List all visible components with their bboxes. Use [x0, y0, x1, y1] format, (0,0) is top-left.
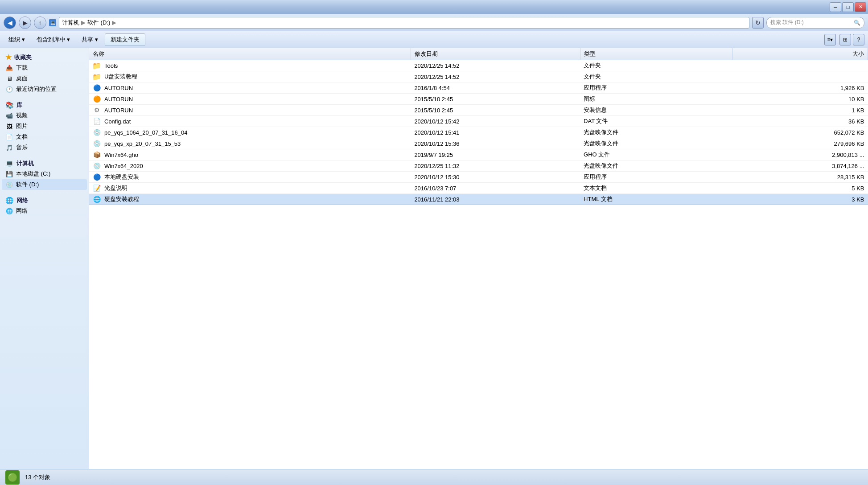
table-row[interactable]: 📁 U盘安装教程 2020/12/25 14:52 文件夹: [89, 71, 868, 82]
back-button[interactable]: ◀: [4, 16, 16, 29]
file-type: 光盘映像文件: [580, 160, 732, 172]
network-folder-icon: 🌐: [5, 197, 14, 205]
table-row[interactable]: 💿 Win7x64_2020 2020/12/25 11:32 光盘映像文件 3…: [89, 160, 868, 172]
file-icon: 💿: [93, 162, 101, 170]
music-icon: 🎵: [5, 144, 13, 152]
organize-button[interactable]: 组织 ▾: [4, 33, 30, 46]
table-row[interactable]: 🌐 硬盘安装教程 2016/11/21 22:03 HTML 文档 3 KB: [89, 194, 868, 205]
file-name-cell[interactable]: 📁 U盘安装教程: [89, 71, 411, 82]
file-size: 10 KB: [732, 94, 868, 105]
network-title: 网络: [16, 197, 28, 205]
file-modified: 2020/10/12 15:42: [411, 116, 580, 127]
col-size[interactable]: 大小: [732, 48, 868, 60]
file-size: 279,696 KB: [732, 138, 868, 149]
file-name: Win7x64_2020: [104, 163, 143, 169]
table-row[interactable]: 🟠 AUTORUN 2015/5/10 2:45 图标 10 KB: [89, 94, 868, 105]
table-row[interactable]: 🔵 本地硬盘安装 2020/10/12 15:30 应用程序 28,315 KB: [89, 172, 868, 183]
table-row[interactable]: 💿 pe_yqs_xp_20_07_31_15_53 2020/10/12 15…: [89, 138, 868, 149]
table-row[interactable]: 📄 Config.dat 2020/10/12 15:42 DAT 文件 36 …: [89, 116, 868, 127]
pictures-icon: 🖼: [5, 122, 13, 130]
view-toggle-button[interactable]: ≡▾: [824, 34, 836, 45]
window-controls: ─ □ ✕: [830, 2, 866, 12]
sidebar-item-desktop[interactable]: 🖥 桌面: [2, 73, 87, 84]
network-header: 🌐 网络: [2, 195, 87, 206]
col-modified[interactable]: 修改日期: [411, 48, 580, 60]
breadcrumb[interactable]: 计算机 ▶ 软件 (D:) ▶: [59, 17, 749, 29]
d-drive-icon: 💿: [5, 181, 13, 189]
sidebar-item-download[interactable]: 📥 下载: [2, 62, 87, 73]
file-name: U盘安装教程: [104, 73, 137, 81]
network-section: 🌐 网络 🌐 网络: [2, 195, 87, 216]
table-row[interactable]: 📦 Win7x64.gho 2019/9/7 19:25 GHO 文件 2,90…: [89, 149, 868, 160]
table-row[interactable]: 💿 pe_yqs_1064_20_07_31_16_04 2020/10/12 …: [89, 127, 868, 138]
file-name-cell[interactable]: 💿 pe_yqs_xp_20_07_31_15_53: [89, 138, 411, 149]
sidebar-network-label: 网络: [16, 207, 28, 215]
library-folder-icon: 📚: [5, 101, 14, 109]
maximize-button[interactable]: □: [842, 2, 854, 12]
favorites-title: 收藏夹: [14, 53, 32, 62]
preview-pane-button[interactable]: ⊞: [839, 34, 851, 45]
toolbar: 组织 ▾ 包含到库中 ▾ 共享 ▾ 新建文件夹 ≡▾ ⊞ ?: [0, 31, 868, 48]
col-name[interactable]: 名称: [89, 48, 411, 60]
status-count: 13 个对象: [25, 473, 50, 481]
sidebar-music-label: 音乐: [16, 144, 28, 152]
sidebar-pictures-label: 图片: [16, 122, 28, 130]
table-row[interactable]: 🔵 AUTORUN 2016/1/8 4:54 应用程序 1,926 KB: [89, 82, 868, 94]
search-bar[interactable]: 搜索 软件 (D:) 🔍: [766, 17, 864, 29]
file-name-cell[interactable]: 💿 Win7x64_2020: [89, 160, 411, 172]
add-to-library-button[interactable]: 包含到库中 ▾: [32, 33, 75, 46]
file-name-cell[interactable]: 💿 pe_yqs_1064_20_07_31_16_04: [89, 127, 411, 138]
file-name-cell[interactable]: 📝 光盘说明: [89, 183, 411, 194]
sidebar-item-music[interactable]: 🎵 音乐: [2, 142, 87, 153]
file-name-cell[interactable]: 📁 Tools: [89, 60, 411, 71]
file-size: 1 KB: [732, 105, 868, 116]
file-size: 28,315 KB: [732, 172, 868, 183]
c-drive-icon: 💾: [5, 170, 13, 178]
file-name: 硬盘安装教程: [104, 195, 139, 203]
help-button[interactable]: ?: [853, 34, 864, 45]
file-modified: 2016/11/21 22:03: [411, 194, 580, 205]
file-name-cell[interactable]: 📦 Win7x64.gho: [89, 149, 411, 160]
forward-button[interactable]: ▶: [19, 16, 31, 29]
file-modified: 2016/10/23 7:07: [411, 183, 580, 194]
sidebar-item-d-drive[interactable]: 💿 软件 (D:): [2, 179, 87, 190]
sidebar-video-label: 视频: [16, 111, 28, 119]
col-type[interactable]: 类型: [580, 48, 732, 60]
file-icon: 📦: [93, 151, 101, 159]
library-section: 📚 库 📹 视频 🖼 图片 📄 文档 🎵 音乐: [2, 100, 87, 153]
table-row[interactable]: 📁 Tools 2020/12/25 14:52 文件夹: [89, 60, 868, 71]
file-name-cell[interactable]: 🟠 AUTORUN: [89, 94, 411, 105]
file-name-cell[interactable]: ⚙ AUTORUN: [89, 105, 411, 116]
sidebar-item-pictures[interactable]: 🖼 图片: [2, 121, 87, 132]
sidebar-item-video[interactable]: 📹 视频: [2, 110, 87, 121]
file-name-cell[interactable]: 📄 Config.dat: [89, 116, 411, 127]
up-button[interactable]: ↑: [34, 16, 46, 29]
file-size: 3 KB: [732, 194, 868, 205]
sidebar-item-c-drive[interactable]: 💾 本地磁盘 (C:): [2, 169, 87, 179]
main-container: ★ 收藏夹 📥 下载 🖥 桌面 🕐 最近访问的位置 📚 库 📹: [0, 48, 868, 469]
minimize-button[interactable]: ─: [830, 2, 841, 12]
breadcrumb-computer[interactable]: 计算机: [62, 19, 79, 27]
sidebar-item-recent[interactable]: 🕐 最近访问的位置: [2, 84, 87, 95]
network-icon: 🌐: [5, 207, 13, 215]
file-icon: 📄: [93, 117, 101, 125]
file-modified: 2016/1/8 4:54: [411, 82, 580, 94]
refresh-button[interactable]: ↻: [752, 17, 764, 29]
sidebar-item-network[interactable]: 🌐 网络: [2, 206, 87, 216]
file-type: 光盘映像文件: [580, 127, 732, 138]
file-name-cell[interactable]: 🌐 硬盘安装教程: [89, 194, 411, 205]
table-row[interactable]: ⚙ AUTORUN 2015/5/10 2:45 安装信息 1 KB: [89, 105, 868, 116]
new-folder-button[interactable]: 新建文件夹: [105, 33, 145, 46]
file-size: 1,926 KB: [732, 82, 868, 94]
sidebar-item-documents[interactable]: 📄 文档: [2, 132, 87, 142]
file-size: [732, 71, 868, 82]
file-icon: 🟠: [93, 95, 101, 103]
file-name-cell[interactable]: 🔵 本地硬盘安装: [89, 172, 411, 183]
sidebar-download-label: 下载: [16, 64, 28, 72]
breadcrumb-drive[interactable]: 软件 (D:): [87, 19, 110, 27]
file-name-cell[interactable]: 🔵 AUTORUN: [89, 82, 411, 94]
table-row[interactable]: 📝 光盘说明 2016/10/23 7:07 文本文档 5 KB: [89, 183, 868, 194]
search-icon[interactable]: 🔍: [854, 20, 860, 26]
close-button[interactable]: ✕: [855, 2, 866, 12]
share-button[interactable]: 共享 ▾: [77, 33, 103, 46]
